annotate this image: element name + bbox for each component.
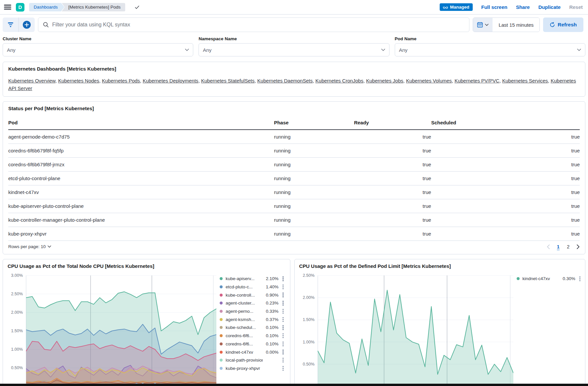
page-1-button[interactable]: 1	[557, 244, 560, 249]
legend-dot-icon	[220, 326, 223, 329]
rows-per-page-button[interactable]: Rows per page: 10	[8, 244, 51, 249]
legend-item[interactable]: kube-controll...0.90%	[220, 291, 284, 299]
pod-limit-chart-plot[interactable]: 0.00%0.50%1.00%1.50%2.00%2.50%17:4017:45…	[299, 273, 513, 386]
dashboard-link[interactable]: Kubernetes Services	[502, 78, 548, 83]
chevron-down-icon	[381, 48, 385, 51]
refresh-button[interactable]: Refresh	[543, 17, 583, 32]
svg-text:2.00%: 2.00%	[303, 295, 314, 300]
table-cell: true	[431, 144, 580, 157]
legend-actions-icon[interactable]	[282, 286, 284, 288]
links-panel-title: Kubernetes Dashboards [Metrics Kubernete…	[8, 66, 580, 72]
page-2-button[interactable]: 2	[567, 244, 570, 249]
legend-item[interactable]: kube-schedul...0.10%	[220, 324, 284, 332]
time-range-button[interactable]: Last 15 minutes	[493, 18, 539, 32]
legend-actions-icon[interactable]	[282, 368, 284, 369]
legend-item[interactable]: agent-cluster...0.23%	[220, 299, 284, 307]
table-row: kube-controller-manager-pluto-control-pl…	[8, 213, 580, 227]
svg-text:1.50%: 1.50%	[11, 329, 23, 333]
legend-dot-icon	[220, 277, 223, 280]
legend-item[interactable]: kindnet-c47xv0.00%	[220, 348, 284, 356]
rows-per-page-label: Rows per page: 10	[8, 244, 46, 249]
table-cell: kube-controller-manager-pluto-control-pl…	[8, 213, 274, 227]
legend-item[interactable]: kindnet-c47xv0.30%	[517, 275, 581, 283]
dashboard-link[interactable]: Kubernetes Jobs	[366, 78, 403, 83]
table-cell: true	[354, 199, 431, 213]
legend-label: kube-apiserv...	[226, 276, 263, 281]
dashboard-link[interactable]: Kubernetes DaemonSets	[257, 78, 313, 83]
dashboard-link[interactable]: Kubernetes Pods	[102, 78, 140, 83]
table-row: coredns-6f6b679f8f-fq5fprunningtruetrue	[8, 144, 580, 157]
cluster-name-value: Any	[7, 47, 16, 53]
namespace-name-label: Namespace Name	[199, 36, 389, 41]
breadcrumb-dashboards[interactable]: Dashboards	[29, 3, 64, 12]
table-cell: true	[354, 144, 431, 157]
managed-badge[interactable]: Managed	[440, 3, 473, 11]
legend-actions-icon[interactable]	[282, 335, 284, 337]
node-cpu-chart-plot[interactable]: 0.00%0.50%1.00%1.50%2.00%2.50%3.00%17:40…	[8, 273, 216, 386]
column-header-scheduled[interactable]: Scheduled	[431, 116, 580, 130]
breadcrumb-current-page: [Metrics Kubernetes] Pods	[62, 3, 125, 12]
table-cell: true	[431, 171, 580, 185]
legend-item[interactable]: local-path-provision...	[220, 356, 284, 364]
reset-button[interactable]: Reset	[569, 4, 583, 10]
column-header-ready[interactable]: Ready	[354, 116, 431, 130]
legend-item[interactable]: coredns-6f6...0.10%	[220, 340, 284, 348]
cluster-name-label: Cluster Name	[3, 36, 193, 41]
legend-value: 2.10%	[263, 276, 278, 281]
legend-actions-icon[interactable]	[282, 278, 284, 279]
legend-item[interactable]: kube-proxy-xhpvr	[220, 364, 284, 372]
plus-circle-icon	[22, 20, 31, 29]
legend-dot-icon	[220, 294, 223, 297]
dashboard-link[interactable]: Kubernetes PV/PVC	[455, 78, 499, 83]
previous-page-icon[interactable]	[547, 244, 550, 249]
legend-item[interactable]: agent-ksmsh...0.37%	[220, 315, 284, 324]
legend-actions-icon[interactable]	[282, 351, 284, 353]
namespace-name-select[interactable]: Any	[199, 43, 389, 56]
legend-dot-icon	[220, 302, 223, 305]
dashboard-link[interactable]: Kubernetes Volumes	[406, 78, 452, 83]
pod-name-select[interactable]: Any	[395, 43, 585, 56]
legend-value: 0.90%	[263, 293, 278, 298]
legend-actions-icon[interactable]	[282, 360, 284, 361]
glasses-icon	[443, 5, 448, 9]
dashboard-link[interactable]: Kubernetes Overview	[8, 78, 55, 83]
legend-item[interactable]: kube-apiserv...2.10%	[220, 275, 284, 283]
deployment-logo[interactable]: D	[16, 3, 24, 12]
status-table-panel: Status per Pod [Metrics Kubernetes] Pod …	[3, 101, 585, 254]
dashboard-link[interactable]: Kubernetes CronJobs	[315, 78, 363, 83]
add-filter-button[interactable]	[19, 17, 35, 32]
kql-search-input[interactable]	[52, 22, 464, 28]
dashboard-link[interactable]: Kubernetes Nodes	[58, 78, 99, 83]
legend-item[interactable]: agent-perno...0.33%	[220, 307, 284, 315]
table-cell: kube-apiserver-pluto-control-plane	[8, 199, 274, 213]
duplicate-button[interactable]: Duplicate	[538, 4, 561, 10]
column-header-phase[interactable]: Phase	[274, 116, 354, 130]
legend-label: kube-schedul...	[226, 325, 263, 330]
legend-actions-icon[interactable]	[282, 303, 284, 304]
table-cell: true	[431, 185, 580, 199]
charts-row: CPU Usage as Pct of the Total Node CPU […	[3, 259, 585, 386]
menu-icon[interactable]	[4, 4, 11, 11]
legend-actions-icon[interactable]	[282, 294, 284, 296]
table-cell: running	[274, 157, 354, 171]
full-screen-button[interactable]: Full screen	[481, 4, 507, 10]
dashboard-link[interactable]: Kubernetes StatefulSets	[201, 78, 255, 83]
legend-item[interactable]: coredns-6f6...0.10%	[220, 332, 284, 340]
legend-actions-icon[interactable]	[579, 278, 581, 279]
filter-button[interactable]	[3, 17, 18, 32]
legend-actions-icon[interactable]	[282, 319, 284, 320]
search-icon	[43, 22, 49, 28]
legend-actions-icon[interactable]	[282, 311, 284, 312]
legend-item[interactable]: etcd-pluto-c...1.40%	[220, 283, 284, 291]
dashboard-link[interactable]: Kubernetes Deployments	[143, 78, 198, 83]
column-header-pod[interactable]: Pod	[8, 116, 274, 130]
quick-select-button[interactable]	[473, 18, 493, 32]
share-button[interactable]: Share	[516, 4, 530, 10]
next-page-icon[interactable]	[577, 244, 580, 249]
legend-dot-icon	[220, 359, 223, 362]
cluster-name-select[interactable]: Any	[3, 43, 193, 56]
pod-name-control: Pod Name Any	[395, 36, 585, 56]
table-row: kube-proxy-xhpvrrunningtruetrue	[8, 227, 580, 241]
legend-actions-icon[interactable]	[282, 327, 284, 328]
legend-actions-icon[interactable]	[282, 343, 284, 345]
